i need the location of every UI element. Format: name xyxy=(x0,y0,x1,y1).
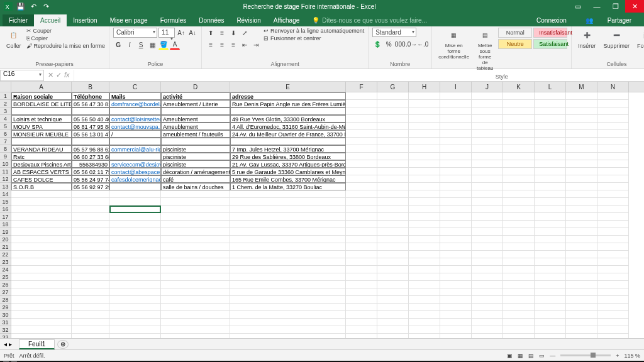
cell[interactable] xyxy=(566,228,597,236)
cell[interactable]: BORDELAISE DE LITERIE xyxy=(11,100,72,107)
cell[interactable] xyxy=(566,221,597,228)
col-header-D[interactable]: D xyxy=(161,82,230,92)
cell[interactable] xyxy=(472,160,503,168)
cell[interactable] xyxy=(597,160,629,168)
cell[interactable] xyxy=(597,304,629,311)
cell[interactable] xyxy=(346,183,377,190)
cell[interactable] xyxy=(440,236,472,243)
cell[interactable] xyxy=(503,326,535,334)
cell[interactable] xyxy=(597,288,629,296)
cell[interactable] xyxy=(72,311,109,319)
cell[interactable] xyxy=(566,251,597,258)
cell[interactable] xyxy=(535,168,566,175)
row-header[interactable]: 30 xyxy=(0,311,11,319)
font-name-dropdown[interactable]: Calibri xyxy=(113,28,157,38)
cell[interactable]: AB ESPACES VERTS xyxy=(11,168,72,175)
spreadsheet-grid[interactable]: ABCDEFGHIJKLMN 1Raison socialeTéléphoneM… xyxy=(0,82,644,338)
cell[interactable] xyxy=(11,304,72,311)
cell[interactable] xyxy=(440,296,472,304)
cell[interactable]: Loisirs et technique xyxy=(11,115,72,123)
bold-button[interactable]: G xyxy=(113,40,123,50)
cell[interactable] xyxy=(72,258,109,266)
cell[interactable] xyxy=(346,326,377,334)
cell[interactable] xyxy=(409,145,440,153)
cell[interactable]: 21 Av. Gay Lussac, 33370 Artigues-près-B… xyxy=(230,160,346,168)
cell[interactable] xyxy=(409,190,440,198)
cell[interactable] xyxy=(109,288,161,296)
cell[interactable] xyxy=(409,115,440,123)
cell[interactable]: 1 Chem. de la Matte, 33270 Bouliac xyxy=(230,183,346,190)
format-painter-button[interactable]: 🖌Reproduire la mise en forme xyxy=(26,43,106,49)
cell[interactable] xyxy=(503,243,535,251)
cell[interactable] xyxy=(161,243,230,251)
cell[interactable] xyxy=(72,266,109,273)
maximize-icon[interactable]: ❐ xyxy=(606,0,625,13)
macro-rec-icon[interactable]: ▣ xyxy=(507,353,513,359)
cell[interactable] xyxy=(409,153,440,160)
inc-decimal-icon[interactable]: .0→ xyxy=(406,39,416,49)
cell[interactable] xyxy=(472,326,503,334)
tab-revision[interactable]: Révision xyxy=(230,14,267,26)
cell[interactable] xyxy=(597,206,629,213)
cell[interactable] xyxy=(11,251,72,258)
col-header-F[interactable]: F xyxy=(346,82,377,92)
cell[interactable] xyxy=(72,296,109,304)
dec-decimal-icon[interactable]: ←.0 xyxy=(418,39,428,49)
add-sheet-button[interactable]: ⊕ xyxy=(57,340,69,349)
cell[interactable] xyxy=(440,168,472,175)
cell[interactable] xyxy=(535,288,566,296)
cell[interactable] xyxy=(377,160,409,168)
cell[interactable] xyxy=(161,273,230,281)
row-header[interactable]: 9 xyxy=(0,153,11,160)
cell[interactable] xyxy=(346,273,377,281)
cell[interactable]: 05 56 24 97 74 xyxy=(72,175,109,183)
cell[interactable] xyxy=(535,243,566,251)
cell[interactable] xyxy=(440,206,472,213)
cell[interactable] xyxy=(566,288,597,296)
row-header[interactable]: 19 xyxy=(0,228,11,236)
cell[interactable] xyxy=(109,221,161,228)
cell[interactable] xyxy=(11,198,72,206)
cell[interactable] xyxy=(566,304,597,311)
cell[interactable] xyxy=(472,153,503,160)
table-format-button[interactable]: ▤Mettre sous forme de tableau xyxy=(474,28,496,72)
cell[interactable] xyxy=(503,296,535,304)
cell[interactable] xyxy=(161,236,230,243)
cell[interactable] xyxy=(503,123,535,130)
fill-color-button[interactable]: 🪣 xyxy=(158,40,169,50)
cell[interactable] xyxy=(161,281,230,288)
cell[interactable] xyxy=(440,183,472,190)
cell[interactable] xyxy=(230,243,346,251)
cell[interactable] xyxy=(377,221,409,228)
row-header[interactable]: 23 xyxy=(0,258,11,266)
cell[interactable] xyxy=(597,243,629,251)
cell[interactable] xyxy=(409,228,440,236)
cell[interactable] xyxy=(377,326,409,334)
view-normal-icon[interactable]: ▦ xyxy=(518,353,523,359)
cell[interactable] xyxy=(409,160,440,168)
cell[interactable] xyxy=(472,213,503,221)
col-header-B[interactable]: B xyxy=(72,82,109,92)
cell[interactable]: 05 57 96 88 62 xyxy=(72,145,109,153)
cell[interactable] xyxy=(377,296,409,304)
cell[interactable]: café xyxy=(161,175,230,183)
cell[interactable] xyxy=(472,319,503,326)
cell[interactable] xyxy=(409,258,440,266)
cell[interactable] xyxy=(109,138,161,145)
format-button[interactable]: ⬜Format xyxy=(635,28,644,50)
cell[interactable] xyxy=(440,281,472,288)
cell[interactable] xyxy=(503,198,535,206)
col-header-K[interactable]: K xyxy=(503,82,535,92)
cell[interactable] xyxy=(503,288,535,296)
cell[interactable] xyxy=(503,145,535,153)
cell[interactable] xyxy=(409,92,440,100)
cell[interactable] xyxy=(11,326,72,334)
row-header[interactable]: 27 xyxy=(0,288,11,296)
paste-button[interactable]: 📋 Coller xyxy=(4,28,24,50)
cell[interactable] xyxy=(161,296,230,304)
cell[interactable] xyxy=(230,251,346,258)
wrap-text-button[interactable]: ↩Renvoyer à la ligne automatiquement xyxy=(264,28,364,34)
cell[interactable] xyxy=(472,206,503,213)
cell[interactable] xyxy=(535,115,566,123)
cell[interactable] xyxy=(409,123,440,130)
